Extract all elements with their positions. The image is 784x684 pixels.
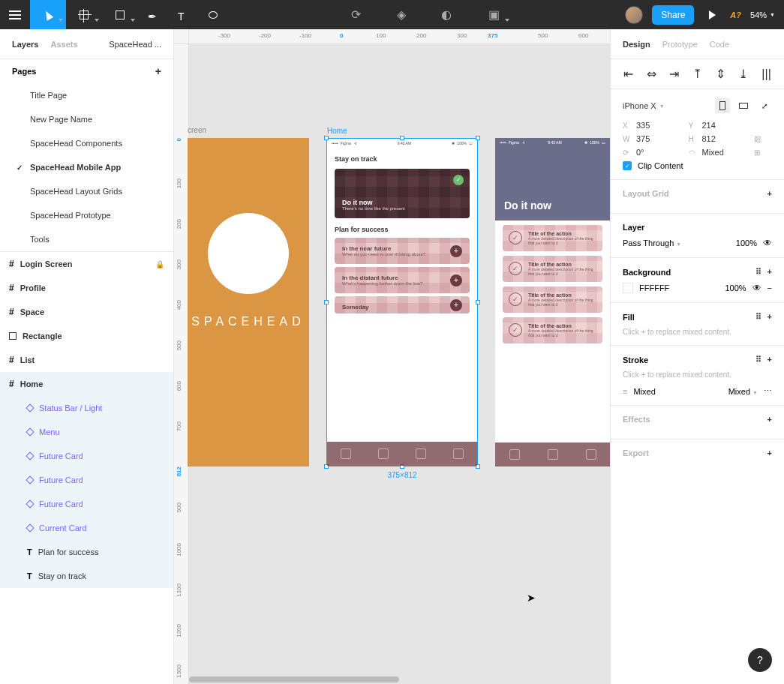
horizontal-scrollbar[interactable] [189,676,399,682]
main-menu-button[interactable] [0,0,30,29]
device-preset-select[interactable]: iPhone X▼ [623,101,709,110]
layer-frame-list[interactable]: #List [0,348,173,372]
chevron-down-icon [59,19,63,22]
help-button[interactable]: ? [748,648,772,672]
tab-code[interactable]: Code [710,40,729,49]
stroke-weight-input[interactable]: Mixed [633,387,722,396]
add-grid-button[interactable]: + [767,189,772,198]
page-item[interactable]: SpaceHead Components [0,131,173,155]
component-button[interactable]: ◈ [386,0,416,29]
zoom-menu[interactable]: 54%▼ [750,10,775,20]
bg-opacity-input[interactable]: 100% [725,284,746,292]
page-item[interactable]: SpaceHead Layout Grids [0,179,173,203]
artboard-list[interactable]: List •••••Figma⪡ 9:42 AM ✱100%▭ Do it no… [495,138,610,466]
artboard-home[interactable]: Home 375×812 •••••Figma⪡ 9:42 AM ✱100%▭ … [326,138,478,466]
landscape-button[interactable] [736,98,751,113]
align-right-button[interactable]: ⇥ [665,65,683,83]
tab-assets[interactable]: Assets [50,40,77,49]
height-input[interactable]: H812 [689,134,749,143]
project-name[interactable]: SpaceHead ... [109,40,161,49]
page-item[interactable]: SpaceHead Mobile App [0,155,173,179]
tab-design[interactable]: Design [623,40,650,49]
artboard-label[interactable]: creen [188,126,206,134]
user-avatar[interactable] [625,6,643,24]
tab-prototype[interactable]: Prototype [662,40,698,49]
page-item[interactable]: SpaceHead Prototype [0,203,173,227]
stroke-side-select[interactable]: Mixed ▼ [728,387,758,396]
tab-layers[interactable]: Layers [12,40,38,49]
x-input[interactable]: X335 [623,121,683,130]
style-button[interactable]: ⠿ [755,355,761,364]
align-vcenter-button[interactable]: ⇕ [711,65,729,83]
comment-tool-button[interactable] [198,0,228,29]
add-fill-button[interactable]: + [767,312,772,322]
style-button[interactable]: ⠿ [755,267,761,277]
visibility-toggle[interactable]: 👁 [763,238,772,248]
layer-instance[interactable]: Future Card [0,444,173,468]
present-button[interactable] [703,0,721,29]
resize-handle[interactable] [324,300,329,304]
align-left-button[interactable]: ⇤ [619,65,637,83]
link-dimensions-button[interactable]: ⛓ [754,135,772,143]
add-export-button[interactable]: + [767,448,772,458]
add-page-button[interactable]: + [155,65,161,77]
layer-text[interactable]: TPlan for success [0,540,173,564]
corner-radius-input[interactable]: ◠Mixed [689,148,749,157]
layer-instance[interactable]: Current Card [0,516,173,540]
layer-frame-space[interactable]: #Space [0,300,173,324]
layer-frame-profile[interactable]: #Profile [0,276,173,300]
page-item[interactable]: Title Page [0,83,173,107]
artboard-login[interactable]: creen SPACEHEAD [188,138,309,466]
lock-icon[interactable]: 🔒 [155,260,164,268]
add-effect-button[interactable]: + [767,415,772,424]
artboard-label[interactable]: Home [327,127,347,135]
opacity-input[interactable]: 100% [736,238,757,248]
remove-bg-button[interactable]: − [767,284,772,292]
style-button[interactable]: ⠿ [755,312,761,322]
page-item[interactable]: New Page Name [0,107,173,131]
resize-handle[interactable] [400,136,404,140]
reload-button[interactable]: ⟳ [341,0,371,29]
rotation-input[interactable]: ⟳0° [623,148,683,157]
layer-text[interactable]: TStay on track [0,564,173,588]
page-item[interactable]: Tools [0,227,173,251]
portrait-button[interactable] [715,98,730,113]
layer-instance[interactable]: Future Card [0,468,173,492]
distribute-button[interactable]: ||| [758,65,776,83]
clip-content-checkbox[interactable]: ✓ [623,161,632,170]
layer-instance[interactable]: Future Card [0,492,173,516]
width-input[interactable]: W375 [623,134,683,143]
share-button[interactable]: Share [652,5,694,25]
resize-handle[interactable] [476,300,480,304]
add-stroke-button[interactable]: + [767,355,772,364]
resize-handle[interactable] [476,136,480,140]
layer-rectangle[interactable]: Rectangle [0,324,173,348]
align-top-button[interactable]: ⤒ [688,65,706,83]
ruler-corner [174,29,189,44]
resize-handle[interactable] [324,136,329,140]
align-bottom-button[interactable]: ⤓ [734,65,752,83]
shape-tool-button[interactable] [102,0,138,29]
mask-button[interactable]: ◐ [431,0,461,29]
align-hcenter-button[interactable]: ⇔ [642,65,660,83]
text-tool-button[interactable] [168,0,198,29]
missing-font-indicator[interactable]: A? [730,10,741,20]
resize-to-fit-button[interactable]: ⤢ [757,98,772,113]
layer-instance[interactable]: Menu [0,420,173,444]
move-tool-button[interactable] [30,0,66,29]
frame-tool-button[interactable] [66,0,102,29]
canvas[interactable]: -300-200-1000100200300375500600700 01002… [174,29,610,684]
bg-hex-input[interactable]: FFFFFF [639,284,719,292]
pen-tool-button[interactable] [138,0,168,29]
color-swatch[interactable] [623,283,633,293]
boolean-button[interactable]: ▣ [476,0,512,29]
stroke-more-button[interactable]: ⋯ [764,386,772,396]
layer-frame-login[interactable]: #Login Screen🔒 [0,252,173,276]
layer-instance[interactable]: Status Bar / Light [0,396,173,420]
add-bg-button[interactable]: + [767,267,772,277]
y-input[interactable]: Y214 [689,121,749,130]
layer-frame-home[interactable]: #Home [0,372,173,396]
independent-corners-button[interactable]: ⊞ [754,148,772,157]
blend-mode-select[interactable]: Pass Through ▼ [623,238,730,248]
visibility-toggle[interactable]: 👁 [752,283,761,293]
